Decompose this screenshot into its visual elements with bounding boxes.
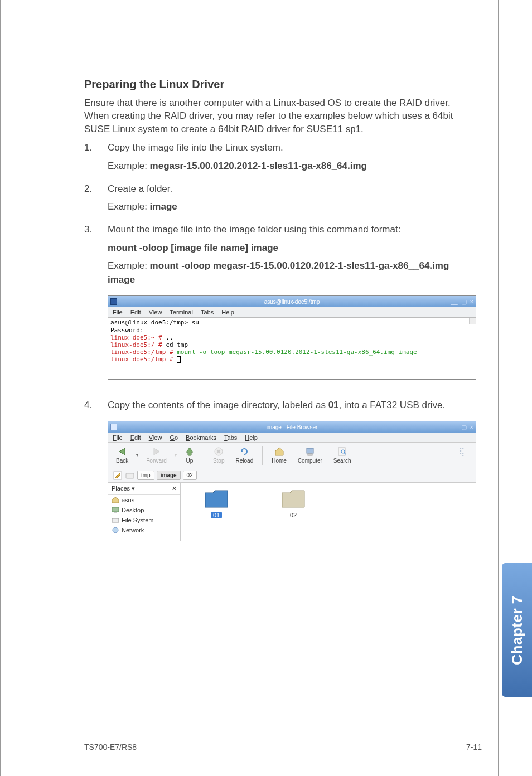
minimize-button[interactable]: __ — [451, 424, 457, 431]
terminal-prompt: linux-doe5:~ # — [110, 334, 162, 341]
back-button[interactable]: Back — [113, 447, 132, 464]
footer-model: TS700-E7/RS8 — [84, 743, 137, 751]
menu-edit[interactable]: Edit — [130, 434, 141, 441]
terminal-cmd — [173, 356, 177, 363]
path-root-icon[interactable] — [125, 472, 135, 479]
sidebar-item-label: Desktop — [122, 507, 144, 513]
forward-button: Forward — [143, 447, 170, 464]
menu-go[interactable]: Go — [170, 434, 178, 441]
toolbar-label: Search — [333, 458, 351, 464]
sidebar-item-filesystem[interactable]: File System — [108, 515, 180, 525]
up-button[interactable]: Up — [181, 447, 198, 464]
menu-help[interactable]: Help — [245, 434, 258, 441]
file-browser-toolbar: Back ▾ Forward ▾ Up Stop — [108, 443, 476, 468]
path-bar: tmp image 02 — [108, 468, 476, 483]
terminal-cmd: mount -o loop megasr-15.00.0120.2012-1-s… — [173, 348, 417, 356]
sidebar-item-desktop[interactable]: Desktop — [108, 505, 180, 515]
step-text: Copy the image file into the Linux syste… — [108, 141, 476, 155]
close-button[interactable]: × — [470, 424, 473, 431]
path-crumb[interactable]: 02 — [183, 471, 197, 480]
toolbar-label: Back — [116, 458, 128, 464]
step-text-bold: 01 — [328, 400, 339, 410]
chevron-down-icon[interactable]: ▾ — [136, 453, 138, 458]
terminal-menubar: File Edit View Terminal Tabs Help — [108, 307, 476, 317]
intro-paragraph: Ensure that there is another computer wi… — [84, 96, 476, 135]
svg-rect-2 — [308, 454, 312, 455]
terminal-prompt: linux-doe5:/tmp # — [110, 356, 173, 363]
computer-button[interactable]: Computer — [294, 447, 326, 464]
sidebar-item-network[interactable]: Network — [108, 525, 180, 535]
terminal-cmd: cd tmp — [162, 341, 188, 348]
home-icon — [274, 447, 284, 457]
file-browser-main[interactable]: 01 02 — [181, 483, 476, 541]
reload-icon — [239, 447, 249, 457]
step-number: 4. — [84, 399, 108, 417]
folder-label: 02 — [290, 512, 297, 518]
scrollbar-icon[interactable] — [469, 318, 476, 324]
svg-rect-1 — [307, 448, 313, 453]
menu-view[interactable]: View — [149, 434, 162, 441]
menu-help[interactable]: Help — [221, 309, 234, 316]
file-browser-window: image - File Browser __ ▢ × File Edit Vi… — [108, 421, 476, 541]
home-folder-icon — [112, 497, 119, 503]
search-button[interactable]: Search — [330, 447, 355, 464]
step-1: 1. Copy the image file into the Linux sy… — [84, 141, 476, 177]
reload-button[interactable]: Reload — [233, 447, 257, 464]
footer-page-number: 7-11 — [466, 743, 482, 751]
path-crumb[interactable]: tmp — [137, 471, 154, 480]
menu-tabs[interactable]: Tabs — [201, 309, 214, 316]
example-value: megasr-15.00.0120.2012-1-sles11-ga-x86_6… — [150, 161, 367, 171]
chevron-down-icon: ▾ — [175, 453, 177, 458]
drive-icon — [112, 517, 119, 523]
maximize-button[interactable]: ▢ — [461, 298, 467, 305]
terminal-prompt: linux-doe5:/ # — [110, 341, 162, 348]
svg-point-11 — [113, 527, 118, 533]
sidebar-close-icon[interactable]: ✕ — [172, 485, 177, 492]
terminal-cmd: .. — [162, 334, 173, 341]
page-footer: TS700-E7/RS8 7-11 — [84, 738, 482, 751]
example-prefix: Example: — [108, 260, 150, 271]
step-number: 2. — [84, 182, 108, 219]
path-edit-icon[interactable] — [113, 471, 123, 481]
file-browser-menubar: File Edit View Go Bookmarks Tabs Help — [108, 433, 476, 443]
toolbar-label: Home — [272, 458, 287, 464]
svg-rect-8 — [112, 507, 119, 512]
menu-file[interactable]: File — [113, 434, 123, 441]
folder-icon — [203, 487, 230, 510]
menu-view[interactable]: View — [149, 309, 162, 316]
menu-tabs[interactable]: Tabs — [224, 434, 237, 441]
sidebar-item-label: File System — [122, 517, 153, 523]
step-2: 2. Create a folder. Example: image — [84, 182, 476, 219]
toolbar-label: Computer — [298, 458, 322, 464]
terminal-body[interactable]: asus@linux-doe5:/tmp> su - Password: lin… — [108, 317, 476, 379]
step-3: 3. Mount the image file into the image f… — [84, 223, 476, 292]
network-icon — [112, 527, 119, 534]
sidebar-places-dropdown[interactable]: Places ▾ — [112, 485, 135, 492]
folder-01[interactable]: 01 — [203, 487, 230, 536]
minimize-button[interactable]: __ — [451, 298, 457, 305]
file-browser-titlebar: image - File Browser __ ▢ × — [108, 421, 476, 433]
toolbar-label: Forward — [146, 458, 167, 464]
folder-02[interactable]: 02 — [280, 487, 307, 536]
terminal-prompt: linux-doe5:/tmp # — [110, 348, 173, 356]
desktop-icon — [112, 507, 119, 513]
sidebar-item-label: Network — [122, 527, 144, 534]
path-crumb-current[interactable]: image — [157, 471, 181, 480]
menu-terminal[interactable]: Terminal — [170, 309, 193, 316]
menu-file[interactable]: File — [113, 309, 123, 316]
svg-rect-7 — [126, 473, 134, 478]
command-format: mount -oloop [image file name] image — [108, 241, 476, 255]
toolbar-label: Up — [186, 458, 194, 464]
home-button[interactable]: Home — [268, 447, 290, 464]
search-icon — [337, 447, 347, 457]
maximize-button[interactable]: ▢ — [461, 424, 467, 431]
step-text: Copy the contents of the image directory… — [108, 400, 328, 410]
menu-edit[interactable]: Edit — [130, 309, 141, 316]
sidebar-item-asus[interactable]: asus — [108, 495, 180, 505]
menu-bookmarks[interactable]: Bookmarks — [186, 434, 216, 441]
svg-rect-9 — [114, 512, 117, 513]
step-number: 3. — [84, 223, 108, 292]
toolbar-label: Stop — [213, 458, 225, 464]
close-button[interactable]: × — [470, 298, 473, 305]
chapter-tab-label: Chapter 7 — [509, 595, 526, 665]
